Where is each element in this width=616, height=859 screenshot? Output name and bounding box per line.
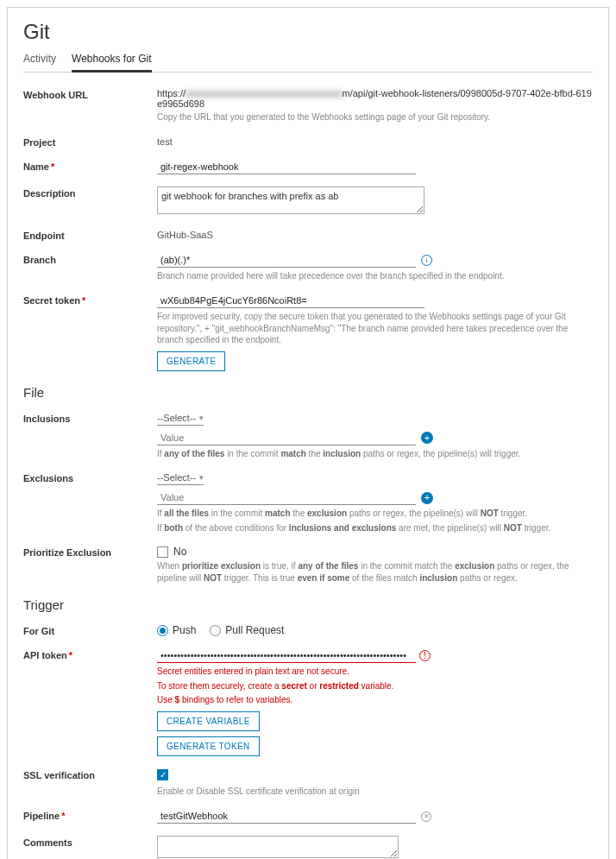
description-label: Description bbox=[23, 186, 157, 199]
webhook-url-help: Copy the URL that you generated to the W… bbox=[157, 111, 593, 123]
exclusions-help1: If all the files in the commit match the… bbox=[157, 508, 593, 520]
secret-token-input[interactable] bbox=[157, 294, 424, 308]
chevron-down-icon: ▾ bbox=[199, 473, 204, 482]
branch-label: Branch bbox=[23, 253, 157, 265]
api-token-input[interactable] bbox=[157, 648, 416, 663]
trigger-section-title: Trigger bbox=[23, 597, 593, 612]
tab-webhooks[interactable]: Webhooks for Git bbox=[72, 53, 151, 73]
exclusions-label: Exclusions bbox=[23, 471, 157, 483]
generate-button[interactable]: GENERATE bbox=[157, 351, 225, 371]
ssl-label: SSL verification bbox=[23, 768, 157, 780]
inclusions-label: Inclusions bbox=[23, 412, 157, 424]
branch-help: Branch name provided here will take prec… bbox=[157, 270, 593, 282]
info-icon[interactable]: i bbox=[421, 255, 432, 266]
for-git-label: For Git bbox=[23, 624, 157, 636]
clear-icon[interactable]: ✕ bbox=[421, 812, 431, 822]
prioritize-help: When prioritize exclusion is true, if an… bbox=[157, 560, 593, 584]
exclusions-help2: If both of the above conditions for incl… bbox=[157, 522, 593, 534]
comments-label: Comments bbox=[23, 836, 157, 848]
ssl-help: Enable or Disable SSL certificate verifi… bbox=[157, 786, 593, 798]
radio-pull-request[interactable]: Pull Request bbox=[210, 624, 284, 636]
prioritize-label: Prioritize Exclusion bbox=[23, 546, 157, 558]
name-input[interactable] bbox=[157, 160, 416, 174]
api-token-warn1: Secret entities entered in plain text ar… bbox=[157, 666, 593, 678]
file-section-title: File bbox=[23, 385, 593, 400]
exclusions-value-input[interactable] bbox=[157, 490, 416, 505]
plus-icon[interactable]: + bbox=[421, 492, 433, 504]
page-title: Git bbox=[23, 20, 593, 44]
inclusions-value-input[interactable] bbox=[157, 431, 416, 445]
prioritize-no-label: No bbox=[173, 546, 186, 558]
project-value: test bbox=[157, 136, 173, 147]
secret-token-help: For improved security, copy the secure t… bbox=[157, 311, 593, 346]
endpoint-value: GitHub-SaaS bbox=[157, 230, 213, 240]
pipeline-label: Pipeline* bbox=[23, 809, 157, 821]
chevron-down-icon: ▾ bbox=[199, 414, 204, 422]
description-textarea[interactable]: git webhook for branches with prefix as … bbox=[157, 186, 424, 214]
comments-textarea[interactable] bbox=[157, 836, 399, 858]
pipeline-input[interactable] bbox=[157, 809, 416, 824]
plus-icon[interactable]: + bbox=[421, 432, 433, 444]
generate-token-button[interactable]: GENERATE TOKEN bbox=[157, 736, 260, 756]
ssl-checkbox[interactable]: ✓ bbox=[157, 769, 168, 780]
project-label: Project bbox=[23, 136, 157, 148]
api-token-warn3: Use $ bindings to refer to variables. bbox=[157, 694, 593, 706]
api-token-warn2: To store them securely, create a secret … bbox=[157, 680, 593, 692]
tabs: Activity Webhooks for Git bbox=[23, 53, 593, 73]
warning-icon[interactable]: ! bbox=[419, 650, 431, 661]
exclusions-select[interactable]: --Select--▾ bbox=[157, 472, 204, 485]
webhook-url-label: Webhook URL bbox=[23, 88, 157, 100]
prioritize-checkbox[interactable] bbox=[157, 546, 168, 558]
inclusions-help: If any of the files in the commit match … bbox=[157, 448, 593, 460]
create-variable-button[interactable]: CREATE VARIABLE bbox=[157, 711, 260, 731]
name-label: Name* bbox=[23, 160, 157, 172]
inclusions-select[interactable]: --Select--▾ bbox=[157, 413, 204, 426]
branch-input[interactable] bbox=[157, 253, 416, 268]
endpoint-label: Endpoint bbox=[23, 229, 157, 241]
secret-token-label: Secret token* bbox=[23, 294, 157, 306]
radio-push[interactable]: Push bbox=[157, 624, 196, 636]
tab-activity[interactable]: Activity bbox=[23, 53, 56, 72]
api-token-label: API token* bbox=[23, 648, 157, 660]
webhook-url-value: https://xxxxxxxxxxxxxxxxxxxxxxxxxxxxxxxx… bbox=[157, 88, 593, 109]
